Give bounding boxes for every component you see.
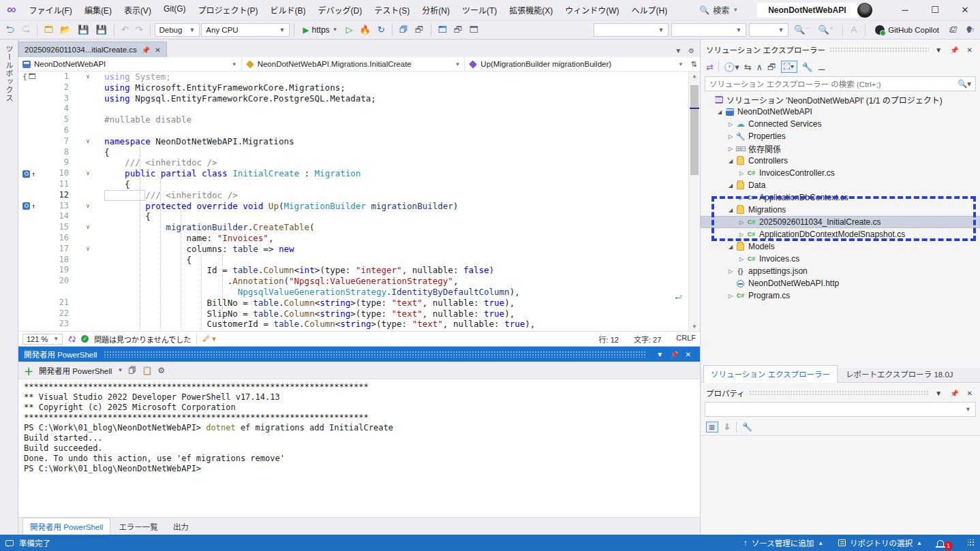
menu-item-0[interactable]: ファイル(F)	[23, 1, 78, 18]
code-line[interactable]: 4	[18, 104, 700, 114]
select-repository-button[interactable]: リポジトリの選択 ▲	[838, 537, 922, 548]
menu-item-5[interactable]: ビルド(B)	[264, 1, 312, 18]
expander-icon[interactable]: ◢	[726, 183, 735, 189]
add-to-source-control-button[interactable]: ↑ ソース管理に追加 ▲	[744, 537, 823, 548]
solution-explorer-search[interactable]: ソリューション エクスプローラー の検索 (Ctrl+;) 🔍▾	[705, 76, 976, 91]
notifications-button[interactable]: 1	[937, 536, 953, 550]
user-avatar[interactable]	[857, 3, 872, 18]
navigate-forward-icon[interactable]: ⮎	[18, 23, 33, 36]
switch-views-icon[interactable]: ⇄	[706, 62, 714, 72]
expander-icon[interactable]: ▷	[726, 121, 735, 127]
code-line[interactable]: 18{	[18, 255, 700, 266]
property-pages-icon[interactable]: 🔧	[742, 422, 752, 432]
menu-item-2[interactable]: 表示(V)	[118, 1, 157, 18]
code-line[interactable]: 23CustomerId = table.Column<string>(type…	[18, 319, 700, 330]
tree-item[interactable]: ◢NeonDotNetWebAPI	[701, 106, 980, 118]
solution-platforms-icon[interactable]: 🗗	[412, 23, 427, 36]
window-position-dropdown-icon[interactable]: ▼	[653, 351, 667, 358]
terminal-type-label[interactable]: 開発者用 PowerShell	[39, 365, 112, 376]
terminal-settings-icon[interactable]: ⚙	[157, 366, 165, 375]
expander-icon[interactable]: ▷	[737, 232, 746, 238]
code-line[interactable]: 14{	[18, 211, 700, 222]
tree-item[interactable]: ▷C#ApplicationDbContextModelSnapshot.cs	[701, 228, 980, 240]
terminal-output[interactable]: ****************************************…	[18, 379, 700, 517]
code-line[interactable]: 8{	[18, 147, 700, 158]
close-icon[interactable]: ✕	[965, 46, 975, 54]
restart-icon[interactable]: ↻	[375, 23, 388, 36]
expander-icon[interactable]: ▷	[737, 195, 746, 201]
sync-icon[interactable]: ⇆	[744, 62, 752, 72]
tab-options-icon[interactable]: ⚙	[688, 47, 694, 54]
copy-layout-icon[interactable]: 🗗	[451, 23, 465, 36]
save-all-icon[interactable]: 💾	[93, 23, 109, 36]
right-panel-tab-1[interactable]: レポートエクスプローラ 18.0J	[839, 366, 960, 382]
start-debugging-button[interactable]: ▶ https ▼	[298, 25, 341, 35]
menu-item-7[interactable]: テスト(S)	[368, 1, 416, 18]
menu-item-1[interactable]: 編集(E)	[78, 1, 118, 18]
maximize-button[interactable]: ☐	[920, 0, 950, 20]
zoom-out-icon[interactable]: 🔍⁻	[791, 23, 812, 36]
paste-icon[interactable]: 📋	[142, 366, 152, 375]
code-line[interactable]: 2using Microsoft.EntityFrameworkCore.Mig…	[18, 82, 700, 93]
code-line[interactable]: 20.Annotation("Npgsql:ValueGenerationStr…	[18, 276, 700, 287]
minimize-button[interactable]: ─	[890, 0, 920, 20]
object-selector-dropdown[interactable]: ▼	[705, 402, 976, 417]
feedback-icon[interactable]: 🗣	[963, 23, 977, 36]
pin-icon[interactable]: 📌	[142, 46, 150, 54]
sync-with-active-document-icon[interactable]: ⛶▾	[781, 61, 797, 73]
bottom-panel-tab-1[interactable]: エラー一覧	[112, 518, 165, 535]
editor-layout-icon[interactable]: 🗔	[435, 23, 450, 36]
expander-icon[interactable]: ◢	[726, 207, 735, 213]
expander-icon[interactable]: ▷	[726, 133, 735, 140]
pending-changes-filter-icon[interactable]: 🕐▾	[724, 62, 739, 72]
code-line[interactable]: 22SlipNo = table.Column<string>(type: "t…	[18, 309, 700, 319]
expander-icon[interactable]: ◢	[716, 109, 724, 115]
scrollbar-thumb[interactable]	[690, 85, 699, 175]
close-tab-icon[interactable]: ✕	[155, 46, 160, 54]
properties-icon[interactable]: 🔧	[802, 62, 813, 72]
code-line[interactable]: 6	[18, 125, 700, 136]
menu-item-3[interactable]: Git(G)	[157, 1, 192, 18]
code-line[interactable]: ↑10∨public partial class InitialCreate :…	[18, 168, 700, 179]
type-dropdown[interactable]: NeonDotNetWebAPI.Migrations.InitialCreat…	[242, 57, 465, 71]
expander-icon[interactable]: ▷	[726, 146, 735, 152]
code-line[interactable]: 9/// <inheritdoc />	[18, 157, 700, 168]
line-indicator[interactable]: 行: 12	[599, 334, 619, 345]
alphabetical-sort-icon[interactable]: ⇩	[724, 422, 731, 432]
editor-vertical-scrollbar[interactable]: ▲ ▼	[688, 72, 700, 331]
expander-icon[interactable]: ▷	[737, 256, 746, 262]
expander-icon[interactable]: ▷	[737, 219, 746, 225]
tab-list-dropdown-icon[interactable]: ▼	[675, 47, 682, 54]
code-line[interactable]: 19Id = table.Column<int>(type: "integer"…	[18, 265, 700, 276]
tree-item[interactable]: ▷☁Connected Services	[701, 118, 980, 130]
fold-chevron-icon[interactable]: ∨	[72, 244, 104, 255]
tree-item[interactable]: ▷C#ApplicationDbContext.cs	[701, 191, 980, 204]
scroll-down-icon[interactable]: ▼	[689, 324, 700, 330]
expander-icon[interactable]: ▷	[726, 268, 735, 274]
menu-item-10[interactable]: 拡張機能(X)	[503, 1, 559, 18]
code-editor[interactable]: ▲ ▼ ⮐ {🗔1∨using System;2using Microsoft.…	[18, 72, 700, 331]
bottom-panel-tab-2[interactable]: 出力	[166, 518, 196, 535]
pin-icon[interactable]: 📌	[667, 351, 682, 358]
tree-item[interactable]: ▷C#Invoices.cs	[701, 253, 980, 265]
properties-header[interactable]: プロパティ ▼ 📌 ✕	[701, 385, 980, 400]
open-folder-icon[interactable]: 📂	[57, 23, 74, 36]
fold-chevron-icon[interactable]: ∨	[72, 222, 104, 233]
share-icon[interactable]: 🖅	[946, 23, 960, 36]
document-tab[interactable]: 20250926011034...itialCreate.cs 📌 ✕	[18, 42, 167, 57]
search-control[interactable]: 🔍 検索 ▼	[692, 2, 745, 18]
close-icon[interactable]: ✕	[682, 351, 694, 358]
redo-icon[interactable]: ↷	[133, 23, 146, 36]
zoom-in-icon[interactable]: 🔍⁺	[815, 23, 836, 36]
menu-item-4[interactable]: プロジェクト(P)	[192, 1, 264, 18]
bottom-panel-tab-0[interactable]: 開発者用 PowerShell	[22, 518, 110, 535]
close-icon[interactable]: ✕	[965, 390, 975, 397]
pin-icon[interactable]: 📌	[948, 46, 960, 54]
code-line[interactable]: 12/// <inheritdoc />	[18, 190, 700, 201]
tree-item[interactable]: ◢Models	[701, 240, 980, 253]
menu-item-9[interactable]: ツール(T)	[456, 1, 503, 18]
fold-chevron-icon[interactable]: ∨	[72, 136, 104, 147]
show-all-files-icon[interactable]: 🗗	[767, 62, 776, 72]
tree-item[interactable]: ▷C#20250926011034_InitialCreate.cs	[701, 216, 980, 228]
tree-item[interactable]: ◢Controllers	[701, 155, 980, 167]
